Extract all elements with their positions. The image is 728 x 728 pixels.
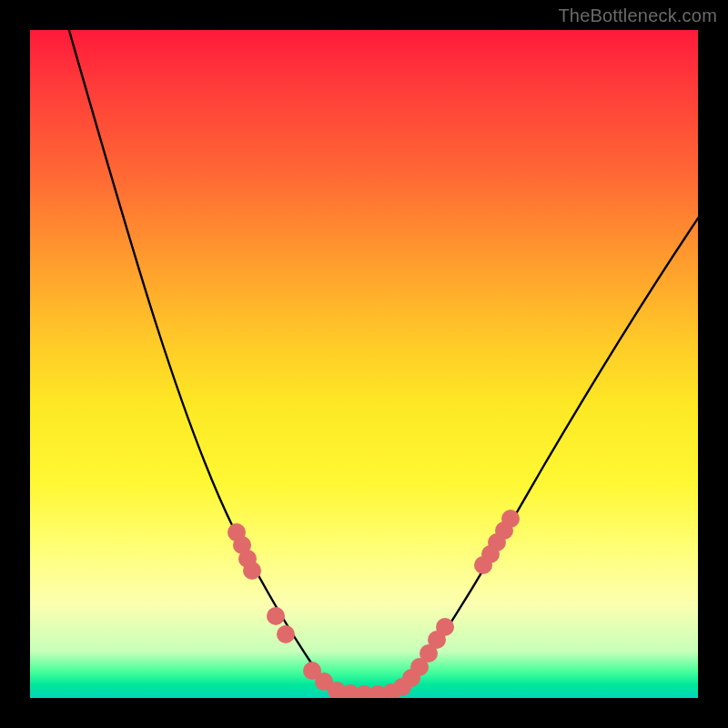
chart-container: TheBottleneck.com [0, 0, 728, 728]
plot-area [30, 30, 698, 698]
data-points [228, 510, 520, 698]
chart-svg [30, 30, 698, 698]
data-point [277, 625, 295, 643]
bottleneck-curve [66, 30, 698, 694]
data-point [501, 510, 520, 528]
data-point [436, 618, 454, 636]
data-point [267, 607, 285, 625]
data-point [243, 561, 261, 580]
watermark-text: TheBottleneck.com [558, 5, 717, 26]
